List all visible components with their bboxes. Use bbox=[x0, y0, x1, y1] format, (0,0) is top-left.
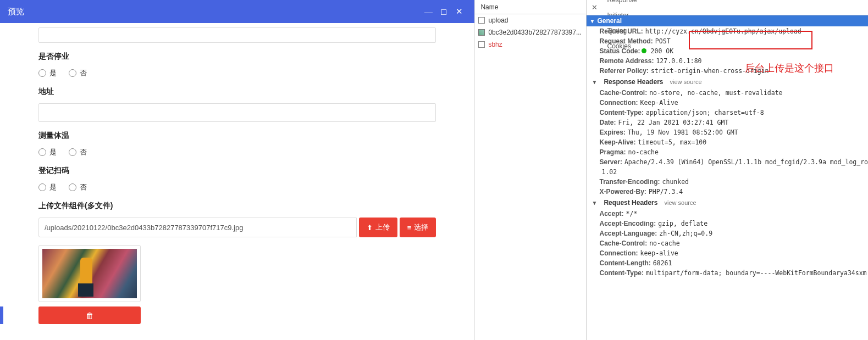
header-key: Connection: bbox=[600, 99, 638, 107]
request-name: upload bbox=[488, 16, 582, 24]
radio-icon bbox=[38, 183, 46, 191]
header-key: Content-Type: bbox=[600, 269, 644, 277]
label-temperature: 测量体温 bbox=[38, 131, 436, 141]
radio-icon bbox=[38, 69, 46, 77]
network-request-row[interactable]: upload bbox=[475, 14, 585, 26]
header-row: Connection:Keep-Alive bbox=[587, 98, 868, 108]
header-row: Accept-Language:zh-CN,zh;q=0.9 bbox=[587, 228, 868, 238]
header-value: no-cache bbox=[628, 148, 659, 156]
radio-icon bbox=[69, 148, 76, 156]
image-file-icon bbox=[478, 29, 485, 36]
caret-down-icon: ▼ bbox=[592, 200, 598, 206]
header-key: Cache-Control: bbox=[600, 239, 648, 247]
header-value: 68261 bbox=[653, 259, 672, 267]
upload-button[interactable]: ⬆上传 bbox=[359, 218, 397, 237]
header-key: Status Code: bbox=[600, 47, 640, 55]
header-key: X-Powered-By: bbox=[600, 188, 646, 196]
file-icon bbox=[478, 17, 485, 24]
header-key: Server: bbox=[600, 158, 622, 166]
header-value: no-cache bbox=[649, 239, 679, 247]
header-key: Keep-Alive: bbox=[600, 138, 636, 146]
header-key: Transfer-Encoding: bbox=[600, 178, 660, 186]
header-row: Cache-Control:no-store, no-cache, must-r… bbox=[587, 88, 868, 98]
devtools-tab-response[interactable]: Response bbox=[601, 0, 644, 8]
header-row: Accept-Encoding:gzip, deflate bbox=[587, 219, 868, 228]
header-value: 200 OK bbox=[651, 47, 674, 55]
header-key: Accept-Encoding: bbox=[600, 220, 656, 227]
header-key: Remote Address: bbox=[600, 57, 654, 65]
header-row: Content-Type:multipart/form-data; bounda… bbox=[587, 268, 868, 278]
header-value: http://cyzx.cn/QbdvjgEOTu.php/ajax/uploa… bbox=[645, 27, 801, 35]
header-row: Status Code:200 OK bbox=[587, 46, 868, 56]
annotation-text: 后台上传是这个接口 bbox=[745, 62, 834, 75]
close-button[interactable]: ✕ bbox=[451, 7, 467, 16]
header-row: 1.02 bbox=[587, 167, 868, 177]
label-upload: 上传文件组件(多文件) bbox=[38, 201, 436, 211]
label-closed: 是否停业 bbox=[38, 52, 436, 62]
header-row: Content-Type:application/json; charset=u… bbox=[587, 108, 868, 118]
radio-scan-no[interactable]: 否 bbox=[69, 182, 87, 192]
network-request-list: Name upload0bc3e2d0433b728277873397...sb… bbox=[475, 0, 586, 340]
file-icon bbox=[478, 41, 485, 48]
form-body: 是否停业 是 否 地址 测量体温 是 否 登记扫码 是 否 上传文件组件(多文件… bbox=[0, 23, 474, 340]
section-general[interactable]: ▼General bbox=[587, 15, 868, 26]
upload-icon: ⬆ bbox=[367, 224, 373, 232]
header-value: Keep-Alive bbox=[640, 99, 678, 107]
network-request-row[interactable]: 0bc3e2d0433b728277873397... bbox=[475, 26, 585, 38]
radio-icon bbox=[69, 69, 76, 77]
label-address: 地址 bbox=[38, 87, 436, 97]
header-row: Keep-Alive:timeout=5, max=100 bbox=[587, 137, 868, 147]
select-button[interactable]: ≡选择 bbox=[400, 218, 436, 237]
header-row: Pragma:no-cache bbox=[587, 147, 868, 157]
label-scan: 登记扫码 bbox=[38, 166, 436, 176]
header-key: Pragma: bbox=[600, 148, 626, 156]
view-source-link[interactable]: view source bbox=[664, 199, 696, 206]
address-input[interactable] bbox=[38, 103, 436, 122]
header-row: Connection:keep-alive bbox=[587, 248, 868, 258]
close-panel-icon[interactable]: ✕ bbox=[590, 3, 600, 12]
header-row: X-Powered-By:PHP/7.3.4 bbox=[587, 187, 868, 197]
minimize-button[interactable]: — bbox=[421, 7, 436, 16]
maximize-button[interactable]: ◻ bbox=[436, 7, 451, 16]
header-row: Transfer-Encoding:chunked bbox=[587, 177, 868, 187]
header-value: chunked bbox=[662, 178, 689, 186]
header-value: gzip, deflate bbox=[658, 220, 707, 227]
header-value: */* bbox=[626, 210, 638, 218]
image-thumbnail[interactable] bbox=[38, 245, 141, 302]
header-row: Content-Length:68261 bbox=[587, 258, 868, 268]
radio-temp-yes[interactable]: 是 bbox=[38, 147, 57, 157]
radio-closed-yes[interactable]: 是 bbox=[38, 68, 57, 78]
radio-scan-yes[interactable]: 是 bbox=[38, 182, 57, 192]
radio-closed-no[interactable]: 否 bbox=[69, 68, 87, 78]
text-input-top[interactable] bbox=[38, 27, 436, 43]
section-response-headers[interactable]: ▼Response Headersview source bbox=[587, 76, 868, 88]
header-key: Content-Length: bbox=[600, 259, 651, 267]
delete-button[interactable]: 🗑 bbox=[38, 306, 141, 324]
list-icon: ≡ bbox=[407, 224, 412, 232]
header-key: Accept-Language: bbox=[600, 230, 657, 237]
request-name: 0bc3e2d0433b728277873397... bbox=[488, 29, 582, 36]
header-value: application/json; charset=utf-8 bbox=[646, 109, 764, 116]
header-row: Request URL:http://cyzx.cn/QbdvjgEOTu.ph… bbox=[587, 26, 868, 36]
header-value: Thu, 19 Nov 1981 08:52:00 GMT bbox=[628, 129, 738, 136]
upload-path-input[interactable]: /uploads/20210122/0bc3e2d0433b7282778733… bbox=[38, 218, 357, 237]
section-request-headers[interactable]: ▼Request Headersview source bbox=[587, 197, 868, 209]
header-row: Server:Apache/2.4.39 (Win64) OpenSSL/1.1… bbox=[587, 157, 868, 167]
window-title: 预览 bbox=[8, 7, 24, 17]
thumbnail-image bbox=[42, 249, 137, 298]
view-source-link[interactable]: view source bbox=[670, 79, 701, 85]
header-key: Content-Type: bbox=[600, 109, 644, 116]
netlist-header[interactable]: Name bbox=[475, 0, 585, 14]
header-row: Date:Fri, 22 Jan 2021 03:27:41 GMT bbox=[587, 118, 868, 127]
network-request-row[interactable]: sbhz bbox=[475, 38, 585, 51]
devtools-panel: ✕ HeadersPreviewResponseInitiatorTimingC… bbox=[587, 0, 868, 340]
caret-down-icon: ▼ bbox=[592, 79, 598, 85]
radio-temp-no[interactable]: 否 bbox=[69, 147, 87, 157]
header-row: Cache-Control:no-cache bbox=[587, 238, 868, 248]
header-key: Date: bbox=[600, 119, 616, 126]
devtools-tabs: ✕ HeadersPreviewResponseInitiatorTimingC… bbox=[587, 0, 868, 15]
header-value: PHP/7.3.4 bbox=[649, 188, 683, 196]
window-titlebar: 预览 — ◻ ✕ bbox=[0, 0, 474, 23]
header-value: 127.0.0.1:80 bbox=[656, 57, 701, 65]
header-key: Referrer Policy: bbox=[600, 67, 649, 75]
